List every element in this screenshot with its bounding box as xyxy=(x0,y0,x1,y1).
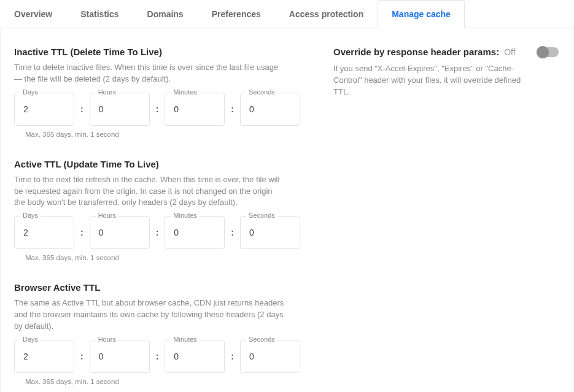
tab-preferences[interactable]: Preferences xyxy=(198,0,275,28)
tabs-bar: Overview Statistics Domains Preferences … xyxy=(0,0,574,28)
active-ttl-minutes-input[interactable] xyxy=(165,216,225,249)
right-column: Override by response header params: Off … xyxy=(319,47,573,392)
inactive-ttl-time-row: Days : Hours : Minutes xyxy=(14,93,300,126)
colon-separator: : xyxy=(74,352,90,361)
days-label: Days xyxy=(20,212,41,219)
tab-overview[interactable]: Overview xyxy=(0,0,66,28)
tab-access-protection[interactable]: Access protection xyxy=(275,0,378,28)
seconds-label: Seconds xyxy=(246,212,277,219)
colon-separator: : xyxy=(74,228,90,237)
active-ttl-title: Active TTL (Update Time To Live) xyxy=(14,159,300,169)
active-ttl-time-row: Days : Hours : Minutes xyxy=(14,216,300,249)
browser-active-ttl-hint: Max. 365 days, min. 1 second xyxy=(25,378,300,385)
inactive-ttl-title: Inactive TTL (Delete Time To Live) xyxy=(14,47,300,57)
days-label: Days xyxy=(20,88,41,96)
active-ttl-seconds-input[interactable] xyxy=(240,216,300,249)
tab-manage-cache[interactable]: Manage cache xyxy=(378,0,465,28)
seconds-label: Seconds xyxy=(246,336,277,343)
content-area: Inactive TTL (Delete Time To Live) Time … xyxy=(0,28,574,392)
inactive-ttl-seconds-input[interactable] xyxy=(240,93,300,126)
override-state: Off xyxy=(504,47,515,57)
active-ttl-hours-input[interactable] xyxy=(90,216,150,249)
colon-separator: : xyxy=(225,104,240,114)
seconds-label: Seconds xyxy=(246,88,277,96)
minutes-label: Minutes xyxy=(171,336,200,343)
tab-domains[interactable]: Domains xyxy=(133,0,198,28)
override-header-row: Override by response header params: Off xyxy=(333,47,559,57)
browser-active-ttl-hours-input[interactable] xyxy=(90,340,150,373)
browser-active-ttl-desc: The same as Active TTL but about browser… xyxy=(14,298,284,332)
browser-active-ttl-seconds-input[interactable] xyxy=(240,340,300,373)
colon-separator: : xyxy=(150,228,165,237)
days-label: Days xyxy=(20,336,41,343)
override-title: Override by response header params: xyxy=(333,47,499,57)
tab-statistics[interactable]: Statistics xyxy=(66,0,133,28)
left-column: Inactive TTL (Delete Time To Live) Time … xyxy=(1,47,319,392)
hours-label: Hours xyxy=(96,88,118,96)
active-ttl-days-input[interactable] xyxy=(14,216,74,249)
browser-active-ttl-days-input[interactable] xyxy=(14,340,74,373)
override-desc: If you send "X-Accel-Expires", "Expires"… xyxy=(333,63,524,98)
minutes-label: Minutes xyxy=(171,88,200,96)
override-toggle[interactable] xyxy=(538,47,559,57)
inactive-ttl-hours-input[interactable] xyxy=(90,93,150,126)
section-browser-active-ttl: Browser Active TTL The same as Active TT… xyxy=(14,282,300,385)
colon-separator: : xyxy=(225,352,240,361)
inactive-ttl-minutes-input[interactable] xyxy=(165,93,225,126)
hours-label: Hours xyxy=(96,212,118,219)
browser-active-ttl-minutes-input[interactable] xyxy=(165,340,225,373)
hours-label: Hours xyxy=(96,336,118,343)
browser-active-ttl-time-row: Days : Hours : Minutes xyxy=(14,340,300,373)
colon-separator: : xyxy=(74,104,90,114)
minutes-label: Minutes xyxy=(171,212,200,219)
active-ttl-hint: Max. 365 days, min. 1 second xyxy=(25,254,300,261)
colon-separator: : xyxy=(150,352,165,361)
section-active-ttl: Active TTL (Update Time To Live) Time to… xyxy=(14,159,300,262)
inactive-ttl-hint: Max. 365 days, min. 1 second xyxy=(25,131,300,138)
inactive-ttl-desc: Time to delete inactive files. When this… xyxy=(14,62,284,85)
browser-active-ttl-title: Browser Active TTL xyxy=(14,282,300,293)
active-ttl-desc: Time to the next file refresh in the cac… xyxy=(14,174,284,209)
toggle-knob-icon xyxy=(537,46,549,58)
colon-separator: : xyxy=(150,104,165,114)
section-inactive-ttl: Inactive TTL (Delete Time To Live) Time … xyxy=(14,47,300,138)
inactive-ttl-days-input[interactable] xyxy=(14,93,74,126)
colon-separator: : xyxy=(225,228,240,237)
